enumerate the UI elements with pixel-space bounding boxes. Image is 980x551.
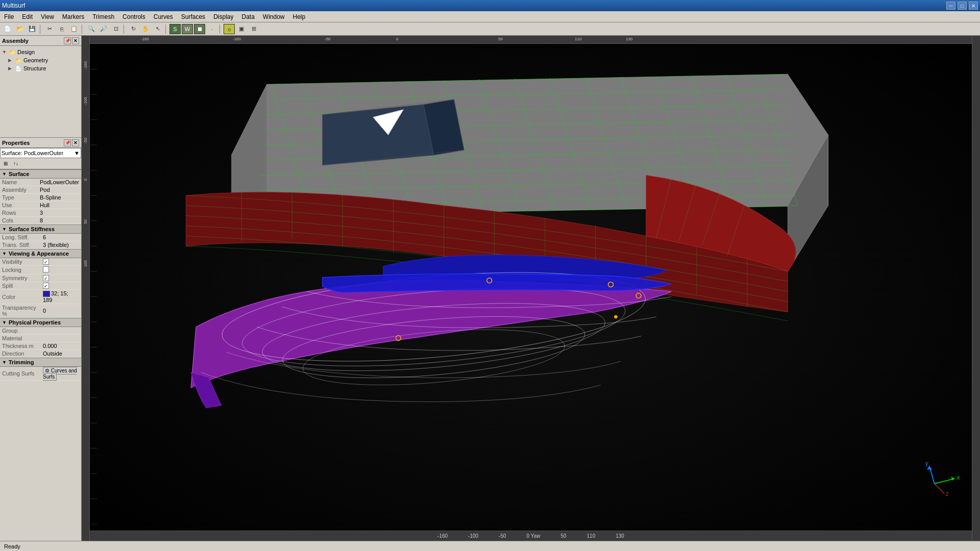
maximize-button[interactable]: □ — [958, 2, 967, 10]
stiffness-section-label: Surface Stiffness — [9, 226, 55, 232]
tb-fit[interactable]: ⊡ — [110, 24, 121, 34]
tb-points[interactable]: · — [206, 24, 217, 34]
tb-sep2 — [82, 24, 84, 34]
tb-save[interactable]: 💾 — [27, 24, 38, 34]
tb-sep1 — [40, 24, 42, 34]
structure-label: Structure — [23, 65, 46, 71]
props-tb-1[interactable]: ⊞ — [1, 159, 10, 168]
locking-checkbox[interactable] — [43, 266, 49, 272]
properties-title: Properties — [2, 140, 30, 146]
window-controls: ─ □ ✕ — [946, 2, 978, 10]
menubar: File Edit View Markers Trimesh Controls … — [0, 11, 980, 22]
menu-data[interactable]: Data — [237, 11, 258, 22]
menu-edit[interactable]: Edit — [18, 11, 37, 22]
tb-rotate[interactable]: ↻ — [128, 24, 139, 34]
prop-thickness: Thickness m0.000 — [0, 342, 81, 350]
section-physical[interactable]: ▼ Physical Properties — [0, 318, 81, 327]
tb-ortho[interactable]: ⊞ — [248, 24, 259, 34]
properties-pin[interactable]: 📌 — [64, 139, 71, 146]
prop-name: NamePodLowerOuter — [0, 179, 81, 186]
section-surface[interactable]: ▼ Surface — [0, 169, 81, 179]
menu-display[interactable]: Display — [209, 11, 237, 22]
geometry-folder-icon: 📁 — [14, 57, 22, 64]
menu-help[interactable]: Help — [289, 11, 310, 22]
menu-view[interactable]: View — [37, 11, 58, 22]
physical-section-label: Physical Properties — [9, 319, 61, 325]
tb-select[interactable]: ↖ — [152, 24, 163, 34]
menu-file[interactable]: File — [0, 11, 18, 22]
color-swatch[interactable] — [43, 291, 50, 297]
tree-item-geometry[interactable]: ▶ 📁 Geometry — [8, 56, 79, 64]
tb-perspective[interactable]: ▣ — [236, 24, 247, 34]
assembly-close[interactable]: ✕ — [72, 37, 79, 44]
physical-section-arrow: ▼ — [2, 320, 7, 325]
cutting-surfs-btn[interactable]: ⚙ Curves and Surfs — [43, 367, 77, 381]
tb-open[interactable]: 📂 — [14, 24, 26, 34]
prop-split: Split✓ — [0, 282, 81, 290]
tb-zoom-in[interactable]: 🔍 — [86, 24, 97, 34]
tree-item-structure[interactable]: ▶ 📄 Structure — [8, 64, 79, 72]
menu-curves[interactable]: Curves — [150, 11, 177, 22]
coord-minus50: -50 — [499, 533, 506, 539]
menu-trimesh[interactable]: Trimesh — [88, 11, 118, 22]
assembly-title: Assembly — [2, 38, 29, 44]
prop-rows: Rows3 — [0, 209, 81, 217]
close-button[interactable]: ✕ — [969, 2, 978, 10]
menu-controls[interactable]: Controls — [118, 11, 150, 22]
coord-minus100: -100 — [468, 533, 478, 539]
coord-110: 110 — [587, 533, 596, 539]
design-label: Design — [17, 49, 35, 55]
coord-bar: -160 -100 -50 0 Yaw 50 110 130 — [90, 531, 972, 541]
tree-item-design[interactable]: ▼ 📁 Design — [2, 48, 79, 56]
tb-new[interactable]: 📄 — [2, 24, 13, 34]
split-checkbox[interactable]: ✓ — [43, 283, 49, 289]
appearance-section-label: Viewing & Appearance — [9, 251, 69, 257]
section-stiffness[interactable]: ▼ Surface Stiffness — [0, 224, 81, 234]
title-text: Multisurf — [2, 2, 25, 9]
menu-markers[interactable]: Markers — [58, 11, 88, 22]
symmetry-checkbox[interactable]: ✓ — [43, 275, 49, 281]
right-toolbar — [972, 36, 980, 541]
tb-paste[interactable]: 📋 — [68, 24, 80, 34]
minimize-button[interactable]: ─ — [946, 2, 955, 10]
properties-header-controls: 📌 ✕ — [64, 139, 79, 146]
appearance-section-arrow: ▼ — [2, 251, 7, 256]
tb-sep5 — [219, 24, 222, 34]
tb-copy[interactable]: ⎘ — [56, 24, 67, 34]
tb-wireframe[interactable]: W — [182, 24, 193, 34]
prop-group: Group — [0, 327, 81, 335]
visibility-checkbox[interactable]: ✓ — [43, 259, 49, 265]
titlebar: Multisurf ─ □ ✕ — [0, 0, 980, 11]
tb-solid[interactable]: ◼ — [194, 24, 205, 34]
tb-pan[interactable]: ✋ — [140, 24, 151, 34]
prop-direction: DirectionOutside — [0, 350, 81, 358]
tb-light[interactable]: ☼ — [224, 24, 235, 34]
viewport[interactable]: -160 -100 -50 0 50 100 -160 -100 -50 0 5… — [82, 36, 972, 541]
svg-marker-29 — [323, 105, 434, 165]
design-folder-icon: 📁 — [8, 48, 16, 56]
section-appearance[interactable]: ▼ Viewing & Appearance — [0, 249, 81, 258]
coord-yaw: 0 Yaw — [527, 533, 541, 539]
prop-type: TypeB-Spline — [0, 194, 81, 202]
props-tb-2[interactable]: ↑↓ — [11, 159, 20, 168]
tb-cut[interactable]: ✂ — [44, 24, 55, 34]
prop-symmetry: Symmetry✓ — [0, 274, 81, 282]
prop-color: Color32; 15; 189 — [0, 290, 81, 304]
surface-dropdown[interactable]: Surface: PodLowerOuter ▼ — [0, 148, 81, 158]
surface-section-label: Surface — [9, 171, 29, 177]
assembly-pin[interactable]: 📌 — [64, 37, 71, 44]
surface-dropdown-value: Surface: PodLowerOuter — [2, 150, 63, 156]
properties-close[interactable]: ✕ — [72, 139, 79, 146]
section-trimming[interactable]: ▼ Trimming — [0, 358, 81, 367]
properties-toolbar: ⊞ ↑↓ — [0, 158, 81, 169]
tb-surface[interactable]: S — [169, 24, 181, 34]
3d-scene[interactable]: x y z — [90, 44, 972, 539]
physical-props-table: Group Material Thickness m0.000 Directio… — [0, 327, 81, 358]
left-panel: Assembly 📌 ✕ ▼ 📁 Design ▶ 📁 Geometry — [0, 36, 82, 541]
main-toolbar: 📄 📂 💾 ✂ ⎘ 📋 🔍 🔎 ⊡ ↻ ✋ ↖ S W ◼ · ☼ ▣ ⊞ — [0, 22, 980, 36]
surface-section-arrow: ▼ — [2, 171, 7, 177]
tb-zoom-out[interactable]: 🔎 — [98, 24, 109, 34]
stiffness-section-arrow: ▼ — [2, 227, 7, 232]
menu-surfaces[interactable]: Surfaces — [177, 11, 209, 22]
menu-window[interactable]: Window — [259, 11, 289, 22]
